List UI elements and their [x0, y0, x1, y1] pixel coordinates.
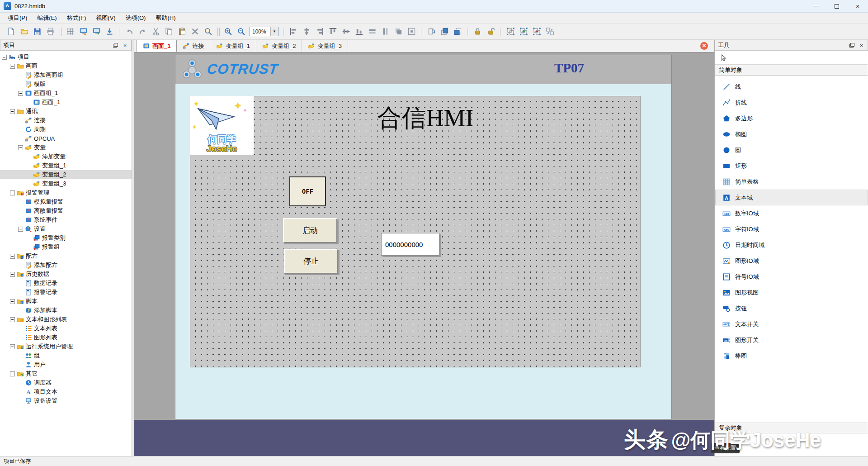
menu-item[interactable]: 帮助(H) — [151, 13, 180, 24]
expander-icon[interactable] — [10, 64, 15, 69]
tree-item[interactable]: 变量组_1 — [0, 161, 132, 170]
design-canvas[interactable]: COTRUST TP07 何同学 JoseHe 合信HMI OFF 启动 停止 … — [134, 52, 714, 456]
tree-item[interactable]: 其它 — [0, 369, 132, 378]
tab[interactable]: 画面_1 — [137, 40, 177, 52]
chevron-down-icon[interactable]: ▼ — [270, 27, 278, 36]
toolbar-button[interactable] — [340, 26, 352, 38]
tree-item[interactable]: 设置 — [0, 224, 132, 233]
expander-icon[interactable] — [18, 227, 23, 232]
expander-icon[interactable] — [10, 272, 15, 277]
close-panel-icon[interactable]: × — [122, 42, 128, 49]
menu-item[interactable]: 格式(F) — [62, 13, 91, 24]
tool-item[interactable]: 线 — [715, 79, 868, 95]
tree-item[interactable]: 画面 — [0, 62, 132, 71]
expander-icon[interactable] — [10, 190, 15, 195]
toolbar-button[interactable] — [176, 26, 188, 38]
tree-item[interactable]: 周期 — [0, 125, 132, 134]
toolbar-button[interactable] — [327, 26, 339, 38]
float-panel-icon[interactable] — [849, 42, 855, 49]
simple-objects-header[interactable]: 简单对象 — [715, 65, 868, 76]
toolbar-button[interactable] — [392, 26, 405, 38]
tool-item[interactable]: 数字IO域 — [715, 205, 868, 221]
tree-item[interactable]: 添加配方 — [0, 261, 132, 270]
tool-item[interactable]: 符号IO域 — [715, 269, 868, 285]
selection-tool[interactable] — [715, 51, 868, 65]
toolbar-button[interactable] — [314, 26, 326, 38]
toolbar-button[interactable] — [505, 26, 517, 38]
toolbar-button[interactable] — [222, 26, 234, 38]
tree-item[interactable]: 添加画面组 — [0, 71, 132, 80]
tool-item[interactable]: 矩形 — [715, 158, 868, 174]
tree-item[interactable]: 脚本 — [0, 297, 132, 306]
toolbar-button[interactable] — [202, 26, 214, 38]
toolbar-button[interactable] — [485, 26, 497, 38]
graphic-view-image[interactable]: 何同学 JoseHe — [190, 96, 254, 155]
off-button-widget[interactable]: OFF — [289, 176, 326, 206]
tree-item[interactable]: 运行系统用户管理 — [0, 342, 132, 351]
tree-item[interactable]: 设备设置 — [0, 396, 132, 405]
expander-icon[interactable] — [10, 344, 15, 349]
tree-item[interactable]: 离散量报警 — [0, 206, 132, 215]
toolbar-button[interactable] — [64, 26, 76, 38]
tree-item[interactable]: 历史数据 — [0, 270, 132, 279]
expander-icon[interactable] — [10, 299, 15, 304]
toolbar-button[interactable] — [150, 26, 162, 38]
toolbar-button[interactable] — [77, 26, 90, 38]
tool-item[interactable]: 椭圆 — [715, 126, 868, 142]
toolbar-button[interactable] — [235, 26, 247, 38]
zoom-level-combobox[interactable]: 100% ▼ — [250, 27, 278, 36]
tree-item[interactable]: 添加脚本 — [0, 306, 132, 315]
tool-item[interactable]: 图形视图 — [715, 285, 868, 300]
minimize-button[interactable] — [806, 0, 826, 13]
tree-item[interactable]: 文本列表 — [0, 324, 132, 333]
toolbar-button[interactable] — [366, 26, 378, 38]
toolbar-button[interactable] — [544, 26, 556, 38]
tool-item[interactable]: 文本域 — [715, 190, 868, 205]
tree-item[interactable]: 配方 — [0, 252, 132, 261]
tool-item[interactable]: 棒图 — [715, 348, 868, 364]
tree-item[interactable]: 报警组 — [0, 243, 132, 252]
toolbar-button[interactable] — [104, 26, 116, 38]
tool-item[interactable]: 图形开关 — [715, 332, 868, 348]
design-grid-area[interactable]: 何同学 JoseHe 合信HMI OFF 启动 停止 0000000000 — [190, 96, 641, 367]
tree-item[interactable]: 组 — [0, 351, 132, 360]
toolbar-button[interactable] — [137, 26, 149, 38]
tool-item[interactable]: 图形IO域 — [715, 253, 868, 269]
menu-item[interactable]: 编辑(E) — [32, 13, 61, 24]
expander-icon[interactable] — [10, 371, 15, 376]
tree-item[interactable]: 变量 — [0, 143, 132, 152]
toolbar-button[interactable] — [531, 26, 543, 38]
float-panel-icon[interactable] — [112, 42, 119, 49]
tree-item[interactable]: 项目文本 — [0, 387, 132, 396]
menu-item[interactable]: 选项(O) — [121, 13, 151, 24]
toolbar-button[interactable] — [439, 26, 451, 38]
toolbar-button[interactable] — [90, 26, 103, 38]
tool-item[interactable]: 字符IO域 — [715, 221, 868, 237]
maximize-button[interactable] — [826, 0, 847, 13]
tree-item[interactable]: 添加变量 — [0, 152, 132, 161]
toolbar-button[interactable] — [452, 26, 464, 38]
tree-item[interactable]: 模拟量报警 — [0, 197, 132, 206]
toolbar-button[interactable] — [189, 26, 201, 38]
tree-item[interactable]: 通讯 — [0, 107, 132, 116]
tab[interactable]: 变量组_2 — [256, 40, 302, 52]
tree-item[interactable]: 报警类别 — [0, 233, 132, 243]
toolbar-button[interactable] — [425, 26, 438, 38]
tree-item[interactable]: 报警管理 — [0, 188, 132, 197]
close-panel-icon[interactable]: × — [858, 42, 865, 49]
toolbar-button[interactable] — [5, 26, 17, 38]
tree-item[interactable]: 文本和图形列表 — [0, 315, 132, 324]
tree-item[interactable]: OPCUA — [0, 134, 132, 143]
toolbar-button[interactable] — [31, 26, 43, 38]
toolbar-button[interactable] — [301, 26, 313, 38]
tree-item[interactable]: 变量组_3 — [0, 179, 132, 188]
tree-item[interactable]: 连接 — [0, 116, 132, 125]
tool-item[interactable]: 简单表格 — [715, 174, 868, 190]
tab-close-icon[interactable]: ✕ — [700, 42, 708, 50]
tool-item[interactable]: 圆 — [715, 142, 868, 158]
tree-item[interactable]: 图形列表 — [0, 333, 132, 342]
expander-icon[interactable] — [18, 145, 23, 150]
tool-item[interactable]: 按钮 — [715, 300, 868, 316]
tree-item[interactable]: 系统事件 — [0, 215, 132, 224]
tree-item[interactable]: 用户 — [0, 360, 132, 369]
